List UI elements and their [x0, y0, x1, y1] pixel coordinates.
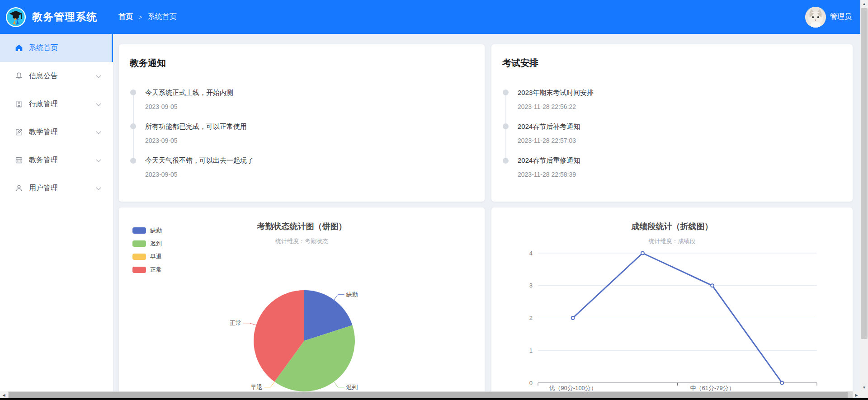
notice-item-date: 2023-09-05	[145, 102, 178, 112]
chevron-down-icon	[96, 72, 101, 80]
sidebar-item-system-home[interactable]: 系统首页	[0, 34, 113, 62]
chevron-down-icon	[96, 156, 101, 164]
user-name: 管理员	[830, 12, 852, 22]
legend-swatch	[132, 254, 146, 260]
legend-swatch	[132, 227, 146, 234]
legend-swatch	[132, 240, 146, 247]
sidebar-item-administration[interactable]: 行政管理	[0, 90, 113, 118]
scroll-down-button[interactable]: ▼	[860, 384, 868, 391]
breadcrumb-home-link[interactable]: 首页	[118, 12, 133, 22]
breadcrumb-current: 系统首页	[148, 12, 177, 22]
exams-card: 考试安排 2023年期末考试时间安排 2023-11-28 22:56:22 2…	[491, 44, 853, 202]
window-bottom-edge	[0, 398, 868, 400]
legend-label: 正常	[150, 266, 162, 274]
breadcrumb: 首页 > 系统首页	[118, 12, 177, 22]
legend-item[interactable]: 迟到	[132, 237, 162, 250]
legend-swatch	[132, 267, 146, 273]
notice-item-text: 所有功能都已完成，可以正常使用	[145, 122, 247, 132]
notices-card: 教务通知 今天系统正式上线，开始内测 2023-09-05 所有功能都已完成，可…	[119, 44, 485, 202]
exam-item-date: 2023-11-28 22:58:39	[518, 169, 576, 179]
y-axis-label: 4	[529, 250, 533, 257]
pie-slice-label: 正常	[230, 320, 241, 326]
timeline-dot	[503, 158, 509, 164]
pie-legend: 缺勤迟到早退正常	[132, 224, 162, 276]
notice-item-date: 2023-09-05	[145, 136, 178, 146]
app-title: 教务管理系统	[32, 10, 97, 24]
timeline-dot	[130, 158, 136, 164]
timeline-dot	[130, 123, 136, 129]
user-avatar[interactable]	[805, 7, 826, 28]
pie-chart-subtitle: 统计维度：考勤状态	[119, 237, 485, 245]
timeline-dot	[503, 123, 509, 129]
exams-card-title: 考试安排	[502, 57, 538, 69]
data-point-marker[interactable]	[780, 381, 783, 385]
pie-label-leader-line	[264, 382, 274, 387]
pie-slice-label: 早退	[250, 384, 262, 391]
y-axis-label: 0	[529, 380, 533, 386]
attendance-pie-chart: 缺勤迟到早退正常	[119, 207, 485, 399]
legend-item[interactable]: 正常	[132, 263, 162, 276]
pie-label-leader-line	[334, 294, 344, 300]
timeline-dot	[130, 89, 136, 95]
user-icon	[15, 184, 23, 192]
top-header: 教务管理系统 首页 > 系统首页 管理员	[0, 0, 868, 34]
vertical-scrollbar[interactable]: ▲ ▼	[860, 0, 868, 400]
exam-item-date: 2023-11-28 22:57:03	[518, 136, 576, 146]
y-axis-label: 1	[529, 347, 533, 354]
score-line-card: 01234优（90分-100分）中（61分-79分） 成绩段统计（折线图） 统计…	[491, 207, 853, 399]
legend-label: 早退	[150, 253, 162, 261]
building-icon	[15, 100, 23, 108]
sidebar-item-label: 教务管理	[29, 155, 58, 165]
exam-item-text: 2024春节后补考通知	[518, 122, 580, 132]
sidebar-item-label: 信息公告	[29, 71, 58, 81]
pie-slice-label: 迟到	[346, 384, 358, 391]
exam-item-text: 2024春节后重修通知	[518, 155, 580, 165]
line-chart-subtitle: 统计维度：成绩段	[491, 237, 853, 245]
chevron-down-icon	[96, 100, 101, 108]
edit-icon	[15, 128, 23, 136]
notice-item-date: 2023-09-05	[145, 169, 178, 179]
chevron-down-icon	[96, 128, 101, 136]
data-point-marker[interactable]	[711, 284, 714, 287]
sidebar-nav: 系统首页 信息公告 行政管理	[0, 34, 113, 400]
notices-card-title: 教务通知	[130, 57, 166, 69]
sidebar-item-label: 行政管理	[29, 99, 58, 109]
legend-label: 缺勤	[150, 226, 162, 235]
sidebar-item-label: 系统首页	[29, 43, 58, 53]
calendar-icon	[15, 156, 23, 164]
sidebar-item-academic-affairs[interactable]: 教务管理	[0, 146, 113, 174]
sidebar-item-users[interactable]: 用户管理	[0, 174, 113, 202]
notice-item-text: 今天天气很不错，可以出去一起玩了	[145, 155, 254, 165]
exam-item-text: 2023年期末考试时间安排	[518, 88, 594, 98]
legend-label: 迟到	[150, 240, 162, 248]
y-axis-label: 2	[529, 315, 533, 321]
exam-item-date: 2023-11-28 22:56:22	[518, 102, 576, 112]
y-axis-label: 3	[529, 282, 533, 289]
attendance-pie-card: 缺勤迟到早退正常 考勤状态统计图（饼图） 统计维度：考勤状态 缺勤迟到早退正常	[119, 207, 485, 399]
legend-item[interactable]: 缺勤	[132, 224, 162, 237]
scroll-up-button[interactable]: ▲	[860, 0, 868, 8]
bell-icon	[15, 72, 23, 80]
pie-label-leader-line	[334, 382, 344, 387]
sidebar-item-label: 教学管理	[29, 127, 58, 137]
score-line-chart: 01234优（90分-100分）中（61分-79分）	[491, 207, 853, 399]
data-point-marker[interactable]	[641, 252, 644, 255]
horizontal-scroll-thumb[interactable]	[9, 392, 848, 399]
data-point-marker[interactable]	[571, 316, 575, 320]
pie-chart-title: 考勤状态统计图（饼图）	[119, 221, 485, 232]
sidebar-item-teaching[interactable]: 教学管理	[0, 118, 113, 146]
vertical-scroll-thumb[interactable]	[861, 8, 868, 339]
line-chart-title: 成绩段统计（折线图）	[491, 221, 853, 232]
pie-label-leader-line	[243, 323, 256, 325]
legend-item[interactable]: 早退	[132, 250, 162, 263]
pie-slice-label: 缺勤	[346, 291, 358, 298]
x-axis-label: 优（90分-100分）	[548, 385, 596, 391]
sidebar-item-label: 用户管理	[29, 184, 58, 193]
app-logo-icon	[5, 7, 26, 28]
sidebar-item-announcements[interactable]: 信息公告	[0, 62, 113, 90]
notice-item-text: 今天系统正式上线，开始内测	[145, 88, 233, 98]
home-icon	[15, 44, 23, 52]
chevron-down-icon	[96, 184, 101, 192]
x-axis-label: 中（61分-79分）	[690, 385, 735, 391]
breadcrumb-separator: >	[138, 13, 142, 21]
